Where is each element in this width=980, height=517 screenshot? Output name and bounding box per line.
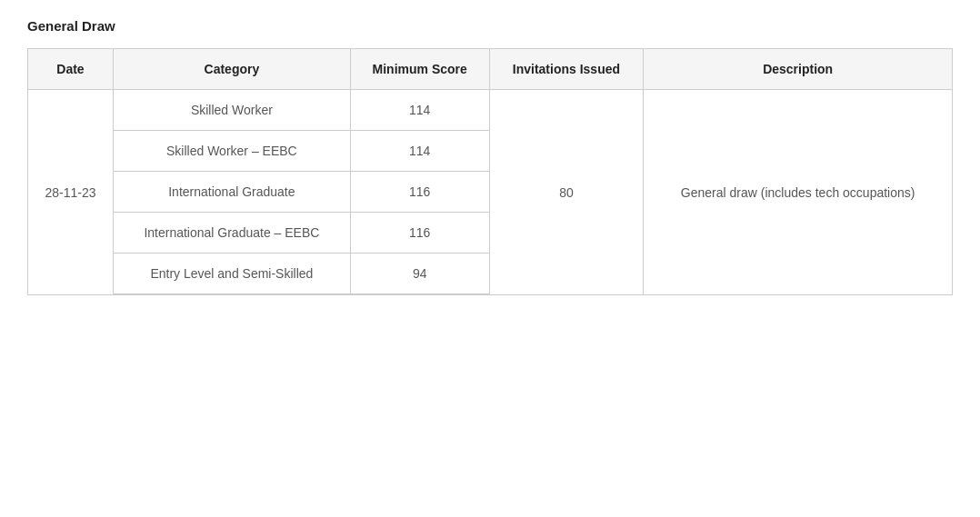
table-row: 28-11-23 Skilled WorkerSkilled Worker – …	[28, 90, 953, 295]
date-cell: 28-11-23	[28, 90, 114, 295]
invitations-cell: 80	[489, 90, 644, 295]
minimum-score-value: 114	[351, 131, 489, 172]
table-header-row: Date Category Minimum Score Invitations …	[28, 49, 953, 90]
header-minimum-score: Minimum Score	[350, 49, 489, 90]
minimum-score-value: 114	[351, 90, 489, 131]
minimum-score-value: 116	[351, 213, 489, 254]
list-item: 116	[351, 213, 489, 254]
list-item: 116	[351, 172, 489, 213]
category-name: Skilled Worker	[114, 90, 350, 131]
list-item: 114	[351, 131, 489, 172]
header-date: Date	[28, 49, 114, 90]
header-description: Description	[644, 49, 953, 90]
categories-cell: Skilled WorkerSkilled Worker – EEBCInter…	[113, 90, 350, 295]
list-item: Skilled Worker – EEBC	[114, 131, 350, 172]
header-category: Category	[113, 49, 350, 90]
scores-table: 11411411611694	[351, 90, 489, 294]
category-name: International Graduate	[114, 172, 350, 213]
general-draw-table: Date Category Minimum Score Invitations …	[27, 48, 953, 295]
list-item: International Graduate	[114, 172, 350, 213]
minimum-score-value: 116	[351, 172, 489, 213]
scores-cell: 11411411611694	[350, 90, 489, 295]
category-name: Skilled Worker – EEBC	[114, 131, 350, 172]
description-cell: General draw (includes tech occupations)	[644, 90, 953, 295]
category-name: Entry Level and Semi-Skilled	[114, 254, 350, 294]
list-item: International Graduate – EEBC	[114, 213, 350, 254]
list-item: Entry Level and Semi-Skilled	[114, 254, 350, 294]
category-name: International Graduate – EEBC	[114, 213, 350, 254]
list-item: 94	[351, 254, 489, 294]
subcategory-table: Skilled WorkerSkilled Worker – EEBCInter…	[114, 90, 350, 294]
list-item: 114	[351, 90, 489, 131]
header-invitations-issued: Invitations Issued	[489, 49, 644, 90]
list-item: Skilled Worker	[114, 90, 350, 131]
page-title: General Draw	[27, 18, 953, 34]
minimum-score-value: 94	[351, 254, 489, 294]
